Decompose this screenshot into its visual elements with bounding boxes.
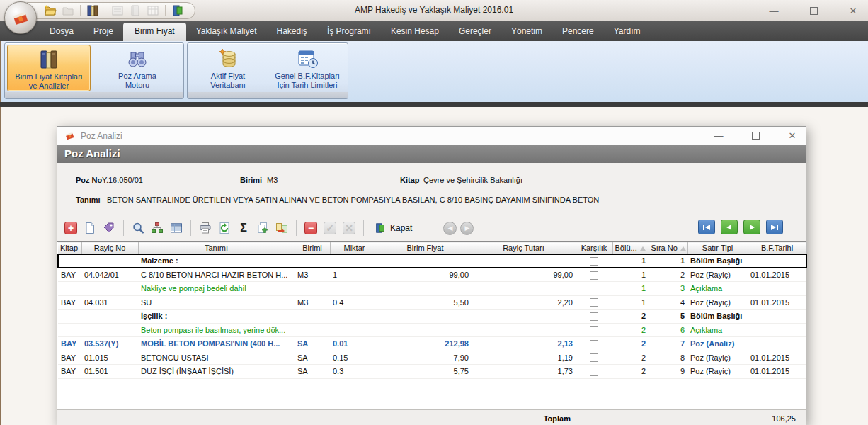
tarih-limitleri-button[interactable]: Genel B.F.Kitaplarıİçin Tarih Limitleri: [267, 45, 348, 91]
menu-tab-yonetim[interactable]: Yönetim: [501, 23, 552, 41]
dialog-footer: Toplam 106,25: [57, 409, 806, 425]
first-record-icon[interactable]: [698, 220, 715, 234]
cell-karsilik: [576, 323, 612, 337]
menu-tab-proje[interactable]: Proje: [84, 23, 123, 41]
cell-miktar: 0.3: [330, 365, 379, 379]
dialog-close-button[interactable]: ✕: [784, 129, 800, 143]
grid-icon[interactable]: [169, 220, 184, 236]
maximize-icon: [810, 7, 818, 15]
delete-icon[interactable]: −: [303, 220, 319, 236]
column-header-bolum[interactable]: Bölü...: [612, 242, 649, 254]
cell-karsilik: [576, 365, 612, 379]
cell-kitap: BAY: [58, 268, 81, 282]
maximize-button[interactable]: [806, 4, 821, 18]
column-header-tanimi[interactable]: Tanımı: [138, 242, 295, 254]
column-header-birimi[interactable]: Birimi: [295, 242, 330, 254]
menu-tab-pencere[interactable]: Pencere: [552, 23, 604, 41]
column-header-sira_no[interactable]: Sıra No: [649, 242, 687, 254]
search-icon[interactable]: [130, 220, 146, 236]
column-header-rayic_tutari[interactable]: Rayiç Tutarı: [472, 242, 576, 254]
table-row[interactable]: BAY04.042/01C 8/10 BETON HARCI HAZIR BET…: [58, 268, 806, 282]
analysis-table-body: Malzeme :11Bölüm BaşlığıBAY04.042/01C 8/…: [58, 254, 806, 379]
column-header-satir_tipi[interactable]: Satır Tipi: [687, 242, 748, 254]
table-row[interactable]: Beton pompası ile basılması, yerine dök.…: [58, 323, 806, 337]
cell-birim_fiyat: [379, 282, 472, 296]
cell-tanimi: BETONCU USTASI: [138, 351, 295, 365]
table-row[interactable]: BAY01.501DÜZ İŞÇİ (İNŞAAT İŞÇİSİ)SA0.35,…: [58, 365, 806, 379]
menu-tab-hakedis[interactable]: Hakediş: [267, 23, 317, 41]
menu-tab-yardim[interactable]: Yardım: [604, 23, 651, 41]
add-icon[interactable]: +: [63, 220, 79, 236]
cell-rayic_tutari: 99,00: [472, 268, 576, 282]
minimize-button[interactable]: —: [766, 4, 782, 18]
menu-tab-yaklasik-maliyet[interactable]: Yaklaşık Maliyet: [186, 23, 267, 41]
karsilik-checkbox[interactable]: [590, 340, 598, 348]
print-icon[interactable]: [198, 220, 213, 236]
cell-karsilik: [576, 337, 612, 351]
last-record-icon[interactable]: [766, 220, 783, 234]
analysis-table: KitapRayiç NoTanımıBirimiMiktarBirim Fiy…: [57, 242, 806, 379]
column-header-kitap[interactable]: Kitap: [58, 242, 81, 254]
dialog-titlebar[interactable]: Poz Analizi — ✕: [57, 127, 806, 144]
menu-tab-gerecler[interactable]: Gereçler: [449, 23, 501, 41]
cell-rayic_tutari: [472, 310, 576, 324]
cell-bf_tarihi: 01.01.2015: [748, 351, 806, 365]
cell-sira_no: 6: [649, 323, 687, 337]
sort-ascending-icon: [640, 246, 646, 251]
karsilik-checkbox[interactable]: [590, 353, 598, 362]
close-button[interactable]: ✕: [845, 4, 861, 18]
dialog-minimize-button[interactable]: —: [711, 129, 726, 143]
previous-record-icon[interactable]: [721, 220, 738, 234]
tag-icon[interactable]: [101, 220, 117, 236]
karsilik-checkbox[interactable]: [590, 257, 598, 266]
dialog-toolbar: + Σ: [57, 215, 806, 242]
ribbon-bottom-strip: [0, 102, 868, 107]
table-row[interactable]: BAY03.537(Y)MOBİL BETON POMPASI'NIN (400…: [58, 337, 806, 351]
cell-bf_tarihi: [748, 282, 806, 296]
column-header-bf_tarihi[interactable]: B.F.Tarihi: [748, 242, 806, 254]
ribbon-button-label: Aktif FiyatVeritabanı: [189, 72, 267, 90]
kapat-button[interactable]: Kapat: [370, 221, 416, 235]
hierarchy-icon[interactable]: [149, 220, 165, 236]
column-header-rayic_no[interactable]: Rayiç No: [81, 242, 138, 254]
new-document-icon[interactable]: [82, 220, 98, 236]
cell-satir_tipi: Açıklama: [687, 282, 748, 296]
cell-tanimi: Nakliye ve pompaj bedeli dahil: [138, 282, 295, 296]
cell-birim_fiyat: [379, 323, 472, 337]
sum-icon[interactable]: Σ: [236, 220, 251, 236]
cell-bolum: 2: [612, 323, 649, 337]
table-row[interactable]: BAY04.031SUM30.45,502,2014Poz (Rayiç)01.…: [58, 295, 806, 310]
aktif-fiyat-veritabani-button[interactable]: Aktif FiyatVeritabanı: [189, 45, 267, 91]
karsilik-checkbox[interactable]: [590, 312, 598, 321]
column-header-karsilik[interactable]: Karşılık: [576, 242, 612, 254]
cell-tanimi: DÜZ İŞÇİ (İNŞAAT İŞÇİSİ): [138, 365, 295, 379]
table-row[interactable]: İşçilik :25Bölüm Başlığı: [58, 310, 806, 324]
karsilik-checkbox[interactable]: [590, 285, 598, 293]
menu-tab-is-programi[interactable]: İş Programı: [317, 23, 381, 41]
table-row[interactable]: Nakliye ve pompaj bedeli dahil13Açıklama: [58, 282, 806, 296]
cell-kitap: [58, 323, 81, 337]
table-row[interactable]: Malzeme :11Bölüm Başlığı: [58, 254, 806, 268]
birim-fiyat-kitaplari-button[interactable]: Birim Fiyat Kitaplarıve Analizler: [7, 45, 91, 91]
app-menu-button[interactable]: [4, 1, 37, 34]
transfer-icon[interactable]: [274, 220, 290, 236]
karsilik-checkbox[interactable]: [590, 326, 598, 334]
calendar-clock-icon: [296, 47, 319, 70]
karsilik-checkbox[interactable]: [590, 368, 598, 376]
menu-tab-dosya[interactable]: Dosya: [40, 23, 84, 41]
column-header-miktar[interactable]: Miktar: [330, 242, 379, 254]
toplam-value: 106,25: [772, 414, 796, 423]
table-row[interactable]: BAY01.015BETONCU USTASISA0.157,901,1928P…: [58, 351, 806, 365]
poz-arama-motoru-button[interactable]: Poz AramaMotoru: [96, 45, 179, 91]
refresh-icon[interactable]: [217, 220, 232, 236]
menu-tab-kesin-hesap[interactable]: Kesin Hesap: [381, 23, 449, 41]
copy-page-icon[interactable]: [255, 220, 270, 236]
column-header-birim_fiyat[interactable]: Birim Fiyat: [379, 242, 472, 254]
cell-kitap: BAY: [58, 351, 81, 365]
next-record-icon[interactable]: [743, 220, 760, 234]
cell-rayic_no: [81, 323, 138, 337]
dialog-maximize-button[interactable]: [748, 129, 763, 143]
menu-tab-birim-fiyat[interactable]: Birim Fiyat: [123, 23, 186, 41]
karsilik-checkbox[interactable]: [590, 298, 598, 307]
karsilik-checkbox[interactable]: [590, 271, 598, 280]
